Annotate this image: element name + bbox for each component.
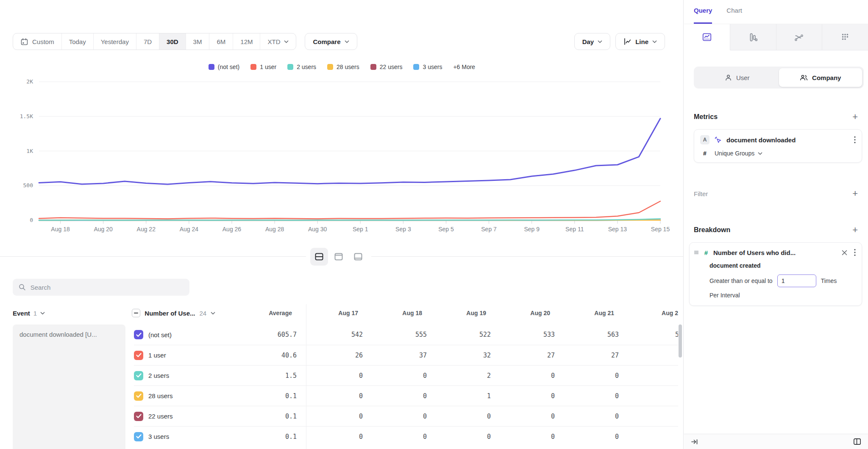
range-custom[interactable]: Custom: [13, 33, 62, 50]
legend-item[interactable]: 3 users: [413, 64, 442, 70]
series-checkbox[interactable]: [134, 412, 143, 421]
add-filter-button[interactable]: +: [852, 189, 858, 198]
date-column-header: Aug 18: [358, 310, 422, 316]
legend-item[interactable]: (not set): [209, 64, 239, 70]
breakdown-heading: Breakdown: [694, 226, 730, 234]
table-row: (not set)605.754255552253356353: [134, 324, 678, 345]
range-xtd[interactable]: XTD: [260, 33, 296, 50]
legend-swatch: [413, 64, 419, 70]
split-view-toggle[interactable]: [310, 248, 328, 266]
scope-toggle-user-label: User: [736, 74, 750, 81]
chart-only-view-icon: [334, 252, 344, 262]
range-today[interactable]: Today: [62, 33, 94, 50]
breakdown-card[interactable]: # Number of Users who did... document cr…: [689, 242, 862, 306]
measure-selector[interactable]: Unique Groups: [715, 150, 762, 157]
chart-type-tab-line[interactable]: [684, 24, 730, 50]
chevron-down-icon: [652, 40, 657, 43]
chart-and-table-area: CustomTodayYesterday7D30D3M6M12MXTD Comp…: [0, 0, 684, 449]
series-label: 2 users: [148, 372, 169, 379]
event-column-header[interactable]: Event 1: [13, 310, 132, 317]
cell-value: 555: [363, 331, 427, 338]
breakdown-value-input[interactable]: [777, 274, 816, 287]
cell-value: 0: [363, 433, 427, 441]
legend-swatch: [287, 64, 293, 70]
range-30d[interactable]: 30D: [159, 33, 186, 50]
series-label: 1 user: [148, 352, 166, 359]
series-checkbox[interactable]: [134, 351, 143, 360]
search-input-wrapper: [13, 279, 189, 296]
metric-menu-icon[interactable]: [854, 136, 856, 144]
chart-only-view-toggle[interactable]: [330, 248, 348, 266]
cell-value: 0: [363, 372, 427, 380]
cell-value: 2: [619, 352, 678, 359]
table-only-view-toggle[interactable]: [349, 248, 367, 266]
series-checkbox[interactable]: [134, 371, 143, 380]
scope-toggle-user[interactable]: User: [696, 68, 779, 87]
chart-type-button[interactable]: Line: [615, 33, 665, 50]
metric-badge: A: [700, 135, 709, 144]
range-label: 3M: [193, 38, 202, 45]
series-line: [39, 201, 660, 219]
toggle-sidebar-icon[interactable]: [853, 438, 862, 446]
bar-chart-icon: [748, 32, 759, 43]
drag-handle-icon[interactable]: [694, 250, 699, 255]
split-view-icon: [314, 252, 324, 262]
range-label: Custom: [32, 38, 54, 45]
series-checkbox[interactable]: [134, 330, 143, 339]
range-3m[interactable]: 3M: [186, 33, 210, 50]
cell-value: 0: [363, 392, 427, 400]
series-checkbox[interactable]: [134, 432, 143, 441]
average-value: 0.1: [240, 433, 297, 441]
tab-chart[interactable]: Chart: [726, 7, 742, 24]
chart-type-tab-bar[interactable]: [730, 24, 776, 50]
cell-value: 2: [427, 372, 491, 380]
legend-item[interactable]: 2 users: [287, 64, 316, 70]
metric-card[interactable]: A document downloaded # Unique Groups: [694, 129, 862, 163]
range-label: XTD: [267, 38, 280, 45]
table-header: Event 1 Number of Use... 24 Average Aug …: [13, 304, 678, 322]
breakdown-title: Number of Users who did...: [713, 249, 838, 256]
series-column-header[interactable]: Number of Use... 24: [132, 309, 236, 317]
series-checkbox[interactable]: [134, 391, 143, 401]
x-axis-label: Aug 22: [137, 226, 156, 233]
cell-value: 0: [427, 433, 491, 441]
table-scrollbar[interactable]: [679, 324, 682, 358]
legend-item[interactable]: 22 users: [370, 64, 403, 70]
x-axis-label: Aug 24: [180, 226, 199, 233]
legend-more-link[interactable]: +6 More: [453, 64, 475, 70]
check-icon: [136, 434, 142, 439]
search-input[interactable]: [31, 284, 184, 291]
legend-item[interactable]: 1 user: [250, 64, 276, 70]
range-yesterday[interactable]: Yesterday: [94, 33, 136, 50]
legend-item[interactable]: 28 users: [327, 64, 359, 70]
series-label: 28 users: [148, 392, 173, 399]
collapse-panel-icon[interactable]: [690, 438, 698, 446]
compare-button[interactable]: Compare: [305, 33, 357, 50]
range-7d[interactable]: 7D: [136, 33, 159, 50]
cell-value: 0: [555, 372, 619, 380]
average-value: 1.5: [240, 372, 297, 380]
add-metric-button[interactable]: +: [852, 112, 858, 122]
cell-value: 0: [491, 413, 555, 420]
table-row: 28 users0.1001000: [134, 385, 678, 406]
add-breakdown-button[interactable]: +: [852, 225, 858, 235]
breakdown-event-name: document created: [709, 262, 856, 269]
x-axis-label: Sep 9: [524, 226, 540, 233]
chart-type-tab-flow[interactable]: [776, 24, 823, 50]
range-12m[interactable]: 12M: [233, 33, 260, 50]
range-6m[interactable]: 6M: [209, 33, 233, 50]
scope-toggle-company[interactable]: Company: [779, 68, 862, 87]
cell-value: 563: [555, 331, 619, 338]
user-icon: [725, 74, 732, 81]
breakdown-unit-label: Times: [821, 277, 837, 284]
event-cell[interactable]: document downloaded [U...: [13, 324, 125, 449]
check-icon: [136, 333, 142, 337]
interval-button[interactable]: Day: [574, 33, 611, 50]
measure-type-icon: #: [700, 150, 709, 157]
close-icon[interactable]: [842, 250, 847, 255]
select-all-checkbox[interactable]: [132, 309, 140, 317]
chart-type-tab-more[interactable]: [822, 24, 868, 50]
cell-value: 0: [555, 413, 619, 420]
breakdown-menu-icon[interactable]: [854, 249, 856, 256]
tab-query[interactable]: Query: [694, 7, 712, 24]
